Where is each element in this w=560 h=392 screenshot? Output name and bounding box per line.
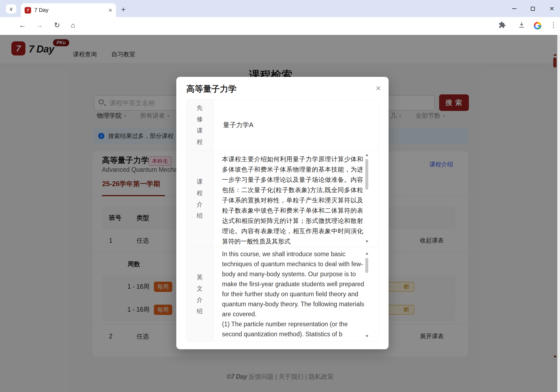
- tab-search-button[interactable]: ∨: [6, 4, 16, 14]
- new-tab-button[interactable]: +: [121, 6, 125, 13]
- english-intro-scroll-area[interactable]: In this course, we shall introduce some …: [213, 247, 379, 341]
- back-button[interactable]: ←: [19, 22, 26, 29]
- browser-tab-bar: ∨ 7 7 Day × + ×: [0, 0, 560, 17]
- scroll-down-icon[interactable]: [366, 335, 368, 337]
- section-english-intro: 英文介绍 In this course, we shall introduce …: [186, 247, 379, 341]
- course-intro-text: 本课程主要介绍如何利用量子力学原理计算少体和多体玻色子和费米子体系物理量的基本技…: [222, 154, 363, 246]
- google-profile-icon[interactable]: [534, 22, 541, 29]
- english-intro-text: In this course, we shall introduce some …: [222, 249, 367, 339]
- course-description-box: 先修课程 量子力学A 课程介绍 本课程主要介绍如何利用量子力学原理计算少体和多体…: [186, 99, 379, 341]
- scroll-up-icon[interactable]: [366, 154, 368, 156]
- browser-toolbar: ← → ↻ ⌂ pku7day.com/course ☆ ⋮: [0, 17, 560, 35]
- extensions-icon[interactable]: [499, 21, 506, 29]
- close-icon: ×: [550, 4, 554, 13]
- course-detail-modal: 高等量子力学 × 先修课程 量子力学A 课程介绍 本课程主要介绍如何利用量子力学…: [176, 77, 389, 349]
- section-label-column: 课程介绍: [186, 151, 213, 247]
- scrollbar-thumb[interactable]: [365, 159, 368, 190]
- forward-button[interactable]: →: [36, 22, 43, 29]
- tab-title: 7 Day: [34, 7, 108, 13]
- minimize-icon: [512, 8, 516, 9]
- window-minimize-button[interactable]: [509, 4, 520, 14]
- site-favicon-icon: 7: [25, 7, 31, 14]
- prerequisites-label: 先修课程: [196, 102, 203, 148]
- english-intro-label: 英文介绍: [196, 272, 203, 317]
- section-label-column: 先修课程: [186, 100, 213, 150]
- tab-close-icon[interactable]: ×: [108, 7, 112, 14]
- section-label-column: 英文介绍: [186, 247, 213, 341]
- reload-button[interactable]: ↻: [54, 22, 60, 29]
- chevron-down-icon: ∨: [9, 6, 13, 12]
- home-button[interactable]: ⌂: [71, 22, 75, 29]
- maximize-icon: [531, 7, 535, 11]
- course-intro-scroll-area[interactable]: 本课程主要介绍如何利用量子力学原理计算少体和多体玻色子和费米子体系物理量的基本技…: [213, 151, 379, 247]
- prerequisite-course: 量子力学A: [223, 121, 253, 129]
- section-course-intro: 课程介绍 本课程主要介绍如何利用量子力学原理计算少体和多体玻色子和费米子体系物理…: [186, 150, 379, 247]
- scrollbar-thumb[interactable]: [365, 258, 368, 273]
- section-prerequisites: 先修课程 量子力学A: [186, 100, 379, 150]
- window-maximize-button[interactable]: [527, 4, 538, 14]
- window-close-button[interactable]: ×: [546, 4, 557, 14]
- scroll-up-icon[interactable]: [366, 252, 368, 255]
- scroll-down-icon[interactable]: [366, 241, 368, 243]
- modal-close-icon[interactable]: ×: [376, 83, 381, 93]
- download-icon[interactable]: [518, 21, 526, 29]
- course-intro-label: 课程介绍: [196, 176, 203, 222]
- kebab-menu-icon[interactable]: ⋮: [550, 21, 557, 28]
- modal-title: 高等量子力学: [186, 83, 237, 95]
- browser-window: ∨ 7 7 Day × + × ← → ↻ ⌂ pku7day.com/cour…: [0, 0, 560, 392]
- browser-tab[interactable]: 7 7 Day ×: [21, 3, 116, 17]
- window-scrollbar-gutter[interactable]: [557, 35, 560, 392]
